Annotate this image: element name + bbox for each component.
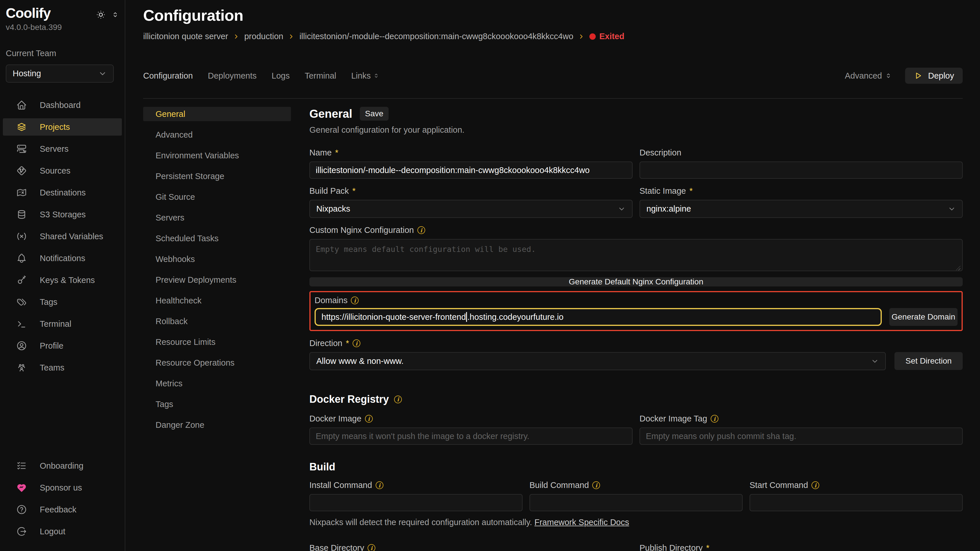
deploy-button[interactable]: Deploy <box>905 68 963 84</box>
key-icon <box>16 275 27 286</box>
install-command-input[interactable] <box>309 494 523 511</box>
domains-input[interactable]: https://illicitonion-quote-server-fronte… <box>315 308 882 326</box>
framework-docs-link[interactable]: Framework Specific Docs <box>535 518 629 527</box>
tab-links[interactable]: Links <box>351 71 379 81</box>
team-select[interactable]: Hosting <box>6 65 114 83</box>
sidebar-item-label: Terminal <box>40 319 72 329</box>
description-input[interactable] <box>640 162 963 179</box>
theme-toggle-sun-icon[interactable] <box>95 9 106 20</box>
advanced-dropdown[interactable]: Advanced <box>845 71 892 81</box>
sidebar-item-shared-variables[interactable]: Shared Variables <box>3 228 122 245</box>
set-direction-button[interactable]: Set Direction <box>894 352 963 370</box>
save-button[interactable]: Save <box>360 107 388 121</box>
map-icon <box>16 187 27 198</box>
breadcrumb-project[interactable]: illicitonion quote server <box>143 32 228 41</box>
config-nav-persistent-storage[interactable]: Persistent Storage <box>143 169 291 183</box>
docker-registry-title: Docker Registry <box>309 393 389 405</box>
build-pack-select[interactable]: Nixpacks <box>309 200 633 218</box>
config-nav-danger-zone[interactable]: Danger Zone <box>143 418 291 432</box>
custom-nginx-textarea[interactable] <box>309 239 963 271</box>
sidebar-item-dashboard[interactable]: Dashboard <box>3 97 122 114</box>
main-area: Configuration illicitonion quote server … <box>125 0 980 551</box>
theme-selector-icon[interactable] <box>111 11 119 18</box>
docker-image-tag-input[interactable] <box>640 427 963 445</box>
info-icon[interactable]: i <box>394 395 402 403</box>
config-nav-git-source[interactable]: Git Source <box>143 190 291 204</box>
chevron-right-icon <box>288 33 295 40</box>
info-icon[interactable]: i <box>417 226 425 234</box>
sidebar-item-tags[interactable]: Tags <box>3 293 122 311</box>
breadcrumb-application[interactable]: illicitestonion/-module--decomposition:m… <box>299 32 573 41</box>
tab-deployments[interactable]: Deployments <box>208 71 257 81</box>
general-form: General Save General configuration for y… <box>309 107 963 551</box>
page-title: Configuration <box>143 6 963 24</box>
sidebar-item-label: Dashboard <box>40 100 81 110</box>
sidebar-item-projects[interactable]: Projects <box>3 118 122 136</box>
config-nav-general[interactable]: General <box>143 107 291 121</box>
config-nav-environment-variables[interactable]: Environment Variables <box>143 148 291 163</box>
sidebar-item-sponsor-us[interactable]: Sponsor us <box>3 479 122 496</box>
build-command-input[interactable] <box>530 494 743 511</box>
config-nav-tags[interactable]: Tags <box>143 397 291 411</box>
status-badge: Exited <box>589 32 624 41</box>
info-icon[interactable]: i <box>811 481 819 489</box>
info-icon[interactable]: i <box>351 297 359 304</box>
sidebar-item-servers[interactable]: Servers <box>3 140 122 157</box>
config-nav-rollback[interactable]: Rollback <box>143 314 291 329</box>
chevron-down-icon <box>98 69 107 78</box>
sidebar-item-profile[interactable]: Profile <box>3 337 122 354</box>
logout-icon <box>16 526 27 537</box>
sidebar-item-keys-tokens[interactable]: Keys & Tokens <box>3 272 122 289</box>
sidebar-item-destinations[interactable]: Destinations <box>3 184 122 201</box>
sidebar-item-notifications[interactable]: Notifications <box>3 249 122 267</box>
docker-image-input[interactable] <box>309 427 633 445</box>
tab-logs[interactable]: Logs <box>272 71 290 81</box>
breadcrumb-environment[interactable]: production <box>244 32 283 41</box>
info-icon[interactable]: i <box>711 415 718 422</box>
general-section-title: General <box>309 107 352 120</box>
sidebar-item-label: Logout <box>40 527 65 536</box>
team-select-value: Hosting <box>13 69 41 78</box>
config-nav-healthcheck[interactable]: Healthcheck <box>143 293 291 308</box>
sidebar-item-label: Keys & Tokens <box>40 275 95 285</box>
start-command-input[interactable] <box>749 494 963 511</box>
static-image-select[interactable]: nginx:alpine <box>640 200 963 218</box>
generate-nginx-button[interactable]: Generate Default Nginx Configuration <box>309 277 963 286</box>
status-text: Exited <box>599 32 624 41</box>
config-nav-preview-deployments[interactable]: Preview Deployments <box>143 273 291 287</box>
install-command-label: Install Command <box>309 481 372 490</box>
help-icon <box>16 504 27 515</box>
sidebar-item-label: Sponsor us <box>40 483 82 492</box>
sidebar-item-logout[interactable]: Logout <box>3 523 122 540</box>
direction-select[interactable]: Allow www & non-www. <box>309 352 886 370</box>
info-icon[interactable]: i <box>592 481 600 489</box>
info-icon[interactable]: i <box>365 415 373 422</box>
info-icon[interactable]: i <box>375 481 383 489</box>
sidebar-item-s3-storages[interactable]: S3 Storages <box>3 206 122 223</box>
layers-icon <box>16 121 27 132</box>
config-nav-servers[interactable]: Servers <box>143 210 291 225</box>
config-nav-resource-operations[interactable]: Resource Operations <box>143 356 291 370</box>
server-icon <box>16 143 27 154</box>
sidebar-item-terminal[interactable]: Terminal <box>3 315 122 332</box>
sidebar-item-teams[interactable]: Teams <box>3 359 122 376</box>
tab-configuration[interactable]: Configuration <box>143 71 193 81</box>
generate-domain-button[interactable]: Generate Domain <box>889 308 958 326</box>
info-icon[interactable]: i <box>368 544 375 551</box>
sidebar-item-label: Notifications <box>40 254 85 263</box>
config-nav-scheduled-tasks[interactable]: Scheduled Tasks <box>143 231 291 246</box>
app-version: v4.0.0-beta.399 <box>6 23 119 32</box>
sidebar-item-feedback[interactable]: Feedback <box>3 501 122 518</box>
tags-icon <box>16 297 27 308</box>
sidebar-item-sources[interactable]: Sources <box>3 162 122 179</box>
config-nav-webhooks[interactable]: Webhooks <box>143 252 291 266</box>
sidebar-item-label: Onboarding <box>40 461 84 471</box>
config-nav-advanced[interactable]: Advanced <box>143 127 291 142</box>
info-icon[interactable]: i <box>353 340 360 347</box>
tab-terminal[interactable]: Terminal <box>305 71 336 81</box>
required-asterisk: * <box>689 186 692 196</box>
config-nav-resource-limits[interactable]: Resource Limits <box>143 335 291 349</box>
name-input[interactable] <box>309 162 633 179</box>
config-nav-metrics[interactable]: Metrics <box>143 376 291 391</box>
sidebar-item-onboarding[interactable]: Onboarding <box>3 457 122 475</box>
